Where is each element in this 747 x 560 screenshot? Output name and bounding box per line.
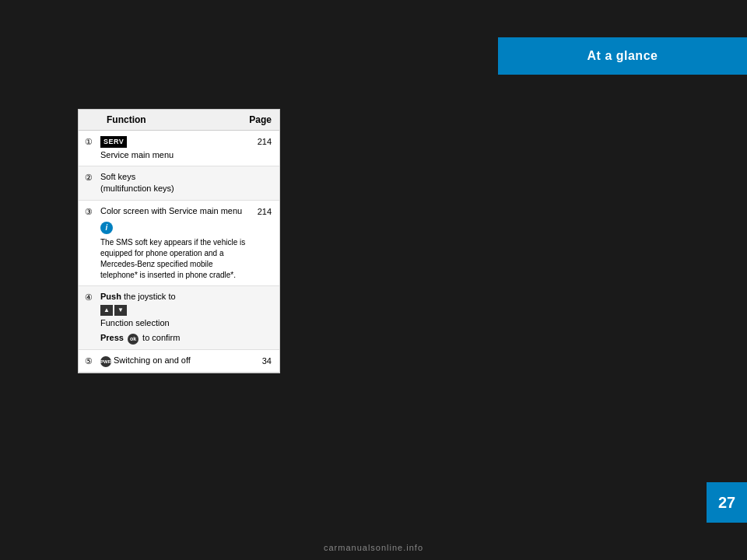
power-button-icon: PWR (100, 356, 111, 367)
row-page-4 (250, 291, 272, 292)
row-number-3: ③ (85, 205, 100, 217)
header-banner: At a glance (498, 37, 747, 75)
header-title: At a glance (587, 49, 658, 63)
arrow-buttons: ▲ ▼ (100, 305, 127, 316)
table-row: ③ Color screen with Service main menu i … (79, 201, 279, 286)
row-page-2 (250, 171, 272, 173)
row-page-5: 34 (250, 355, 272, 366)
row-page-3: 214 (250, 205, 272, 216)
watermark-text: carmanualsonline.info (324, 543, 423, 552)
press-confirm-text: Press ok to confirm (100, 332, 250, 345)
row-number-2: ② (85, 171, 100, 183)
table-row: ⑤ PWRSwitching on and off 34 (79, 350, 279, 373)
row-number-4: ④ (85, 291, 100, 303)
switching-text: PWRSwitching on and off (100, 355, 250, 367)
row-content-5: PWRSwitching on and off (100, 355, 250, 367)
watermark: carmanualsonline.info (324, 543, 423, 552)
info-text-3: The SMS soft key appears if the vehicle … (100, 237, 250, 281)
row-text-1: Service main menu (100, 149, 250, 161)
row-text-3: Color screen with Service main menu (100, 205, 250, 217)
row-content-3: Color screen with Service main menu i Th… (100, 205, 250, 281)
row-content-1: SERV Service main menu (100, 135, 250, 161)
row-content-4: Push the joystick to ▲ ▼ Function select… (100, 291, 250, 345)
column-header-function: Function (107, 114, 146, 125)
table-header: Function Page (79, 110, 279, 131)
table-row: ① SERV Service main menu 214 (79, 131, 279, 166)
row-number-1: ① (85, 135, 100, 147)
info-icon: i (100, 222, 113, 234)
function-selection-text: Function selection (100, 317, 250, 329)
main-table: Function Page ① SERV Service main menu 2… (78, 109, 280, 373)
up-arrow-icon: ▲ (100, 305, 113, 316)
serv-badge: SERV (100, 136, 127, 148)
page-number: 27 (718, 494, 735, 512)
row-number-5: ⑤ (85, 355, 100, 366)
row-content-2: Soft keys(multifunction keys) (100, 171, 250, 195)
table-row: ② Soft keys(multifunction keys) (79, 166, 279, 201)
push-text: Push the joystick to (100, 291, 250, 303)
table-row: ④ Push the joystick to ▲ ▼ Function sele… (79, 286, 279, 350)
row-page-1: 214 (250, 135, 272, 146)
down-arrow-icon: ▼ (114, 305, 127, 316)
ok-button-icon: ok (128, 334, 139, 345)
column-header-page: Page (249, 114, 272, 125)
row-text-2: Soft keys(multifunction keys) (100, 171, 250, 195)
page-number-badge: 27 (707, 482, 747, 523)
